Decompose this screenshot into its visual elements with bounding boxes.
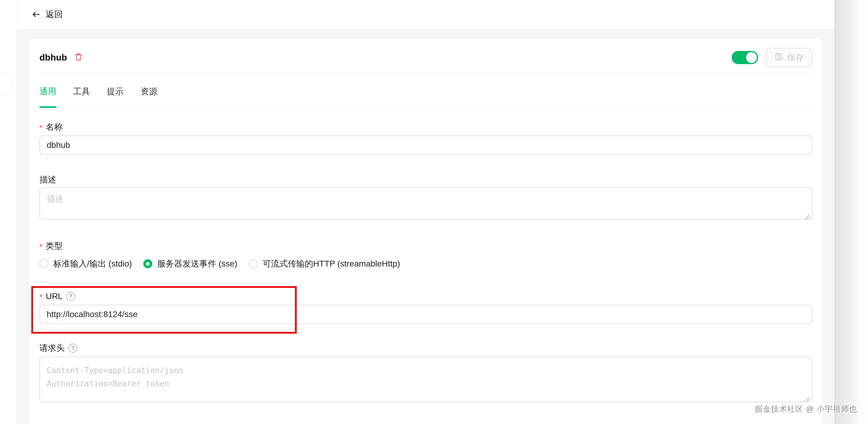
arrow-left-icon — [31, 10, 41, 19]
request-headers-textarea[interactable] — [39, 357, 812, 402]
required-asterisk: * — [39, 122, 43, 134]
description-textarea[interactable] — [39, 187, 812, 220]
radio-checked-icon[interactable] — [143, 259, 152, 268]
tab-bar: 通用 工具 提示 资源 — [39, 86, 812, 108]
tab-resources[interactable]: 资源 — [141, 86, 157, 108]
required-asterisk: * — [39, 291, 43, 303]
url-input[interactable] — [39, 305, 812, 324]
tab-tools[interactable]: 工具 — [73, 86, 90, 108]
request-headers-field-label: 请求头 ? — [39, 342, 812, 354]
tab-general[interactable]: 通用 — [39, 86, 56, 108]
radio-option-streamablehttp[interactable]: 可流式传输的HTTP (streamableHttp) — [249, 258, 400, 270]
description-field-label: 描述 — [39, 174, 812, 186]
type-field-label: * 类型 — [39, 240, 812, 252]
type-label-text: 类型 — [46, 240, 63, 252]
server-config-card: dbhub — [29, 38, 823, 424]
toggle-knob — [746, 52, 757, 63]
card-header: dbhub — [39, 48, 812, 67]
radio-unchecked-icon[interactable] — [39, 259, 49, 268]
server-enabled-toggle[interactable] — [732, 51, 758, 64]
request-headers-label-text: 请求头 — [39, 342, 65, 354]
drawer-header: 返回 — [17, 0, 835, 29]
save-button-label: 保存 — [787, 52, 804, 63]
description-label-text: 描述 — [39, 174, 56, 186]
radio-unchecked-icon[interactable] — [249, 259, 258, 268]
question-circle-icon[interactable]: ? — [68, 343, 78, 353]
mcp-server-settings-drawer: 返回 dbhub — [17, 0, 835, 424]
server-name-title: dbhub — [39, 52, 67, 63]
drawer-edge-shadow — [835, 0, 868, 424]
delete-server-button[interactable] — [74, 52, 83, 63]
name-label-text: 名称 — [46, 121, 63, 133]
trash-icon — [74, 52, 83, 63]
radio-label-stdio: 标准输入/输出 (stdio) — [53, 258, 132, 270]
back-button[interactable]: 返回 — [31, 9, 63, 20]
tab-prompts[interactable]: 提示 — [107, 86, 124, 108]
watermark-text: 掘金技术社区 @ 小宇祖师也 — [754, 404, 857, 414]
header-divider — [39, 73, 812, 74]
radio-option-sse[interactable]: 服务器发送事件 (sse) — [143, 258, 237, 270]
save-button[interactable]: 保存 — [766, 48, 812, 67]
left-sidebar-edge — [0, 0, 17, 424]
name-input[interactable] — [39, 135, 812, 155]
drawer-collapse-handle[interactable] — [0, 73, 12, 94]
radio-option-stdio[interactable]: 标准输入/输出 (stdio) — [39, 258, 132, 270]
question-circle-icon[interactable]: ? — [66, 292, 75, 301]
back-button-label: 返回 — [46, 9, 63, 20]
type-radio-group: 标准输入/输出 (stdio) 服务器发送事件 (sse) 可流式传输的HTTP… — [39, 256, 812, 271]
url-field-label: * URL ? — [39, 290, 812, 302]
url-field-group: * URL ? — [39, 290, 812, 324]
floppy-save-icon — [774, 52, 783, 63]
name-field-label: * 名称 — [39, 121, 812, 133]
radio-label-sse: 服务器发送事件 (sse) — [157, 258, 237, 270]
radio-label-streamablehttp: 可流式传输的HTTP (streamableHttp) — [262, 258, 400, 270]
required-asterisk: * — [39, 241, 43, 253]
url-label-text: URL — [46, 290, 63, 302]
